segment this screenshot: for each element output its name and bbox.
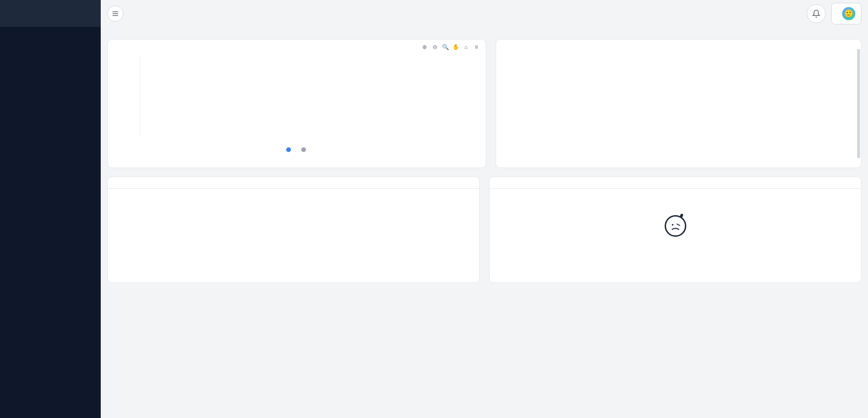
svg-point-3 xyxy=(672,224,673,225)
user-menu[interactable]: 🙂 xyxy=(831,3,861,24)
main-column: 🙂 ⊕ ⊖ 🔍 ✋ ⌂ ≡ xyxy=(101,0,868,418)
side-nav xyxy=(0,27,101,418)
notifications-button[interactable] xyxy=(807,4,826,23)
best-cashiers-empty xyxy=(490,189,861,269)
svg-line-4 xyxy=(676,224,680,225)
mid-panel-row: ⊕ ⊖ 🔍 ✋ ⌂ ≡ xyxy=(107,39,861,168)
home-icon[interactable]: ⌂ xyxy=(462,43,470,51)
chart-toolbar: ⊕ ⊖ 🔍 ✋ ⌂ ≡ xyxy=(421,43,480,51)
recent-orders-panel xyxy=(496,39,861,168)
pan-icon[interactable]: ✋ xyxy=(452,43,459,51)
zoom-in-icon[interactable]: ⊕ xyxy=(421,43,428,51)
zoom-out-icon[interactable]: ⊖ xyxy=(431,43,439,51)
sidebar xyxy=(0,0,101,418)
sad-face-icon xyxy=(665,215,686,237)
sidebar-toggle-button[interactable] xyxy=(107,6,123,22)
topbar: 🙂 xyxy=(101,0,868,27)
recent-orders-list[interactable] xyxy=(496,51,861,168)
brand-logo xyxy=(0,0,101,27)
sales-chart-panel: ⊕ ⊖ 🔍 ✋ ⌂ ≡ xyxy=(107,39,486,168)
search-icon[interactable]: 🔍 xyxy=(442,43,449,51)
bottom-panel-row xyxy=(107,177,861,283)
best-cashiers-title xyxy=(490,177,861,189)
avatar: 🙂 xyxy=(842,7,855,20)
content-area: ⊕ ⊖ 🔍 ✋ ⌂ ≡ xyxy=(101,27,868,412)
best-customers-panel xyxy=(107,177,480,283)
menu-icon[interactable]: ≡ xyxy=(473,43,480,51)
chart-area xyxy=(140,56,479,137)
best-cashiers-panel xyxy=(489,177,861,283)
recent-orders-title xyxy=(496,40,861,51)
chart-legend xyxy=(114,146,479,153)
best-customers-title xyxy=(108,177,479,189)
app-root: 🙂 ⊕ ⊖ 🔍 ✋ ⌂ ≡ xyxy=(0,0,868,418)
footer-version xyxy=(101,412,868,418)
scrollbar[interactable] xyxy=(857,49,860,158)
